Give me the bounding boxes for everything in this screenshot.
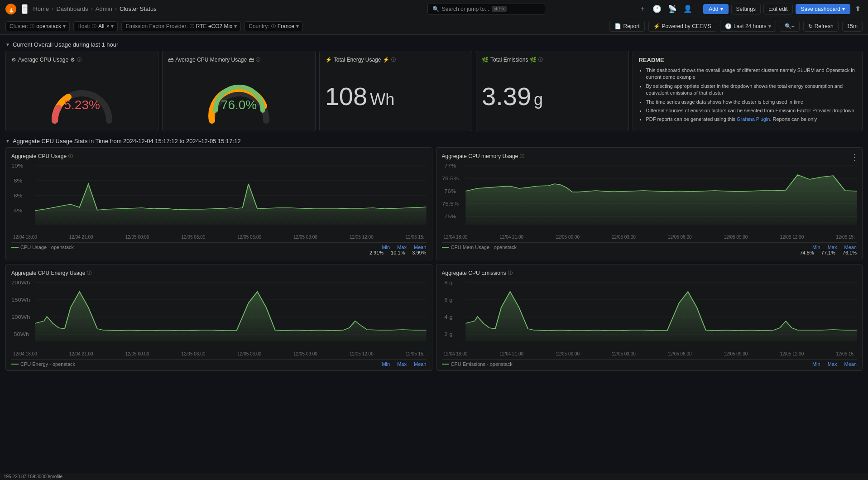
mem-gauge-title: 🗃 Average CPU Memory Usage 🗃 ⓘ xyxy=(168,57,309,63)
legend-line3 xyxy=(11,364,19,365)
svg-text:2 g: 2 g xyxy=(444,332,452,337)
energy-icon: ⚡ xyxy=(325,57,332,63)
section1-title: Current Overall Usage during last 1 hour xyxy=(13,41,118,48)
cpu-mem-min-val: 74.5% xyxy=(800,250,814,255)
energy-value: 108 Wh xyxy=(325,82,466,111)
search-placeholder: Search or jump to... xyxy=(442,6,489,12)
country-filter[interactable]: Country: ⓘ France ▾ xyxy=(245,21,303,31)
info-icon4: ⓘ xyxy=(538,57,543,63)
svg-marker-8 xyxy=(35,184,426,225)
breadcrumb-dashboards[interactable]: Dashboards xyxy=(56,5,88,12)
breadcrumb-admin[interactable]: Admin xyxy=(96,5,112,12)
hamburger-menu[interactable]: ≡ xyxy=(22,4,28,14)
svg-text:10%: 10% xyxy=(11,163,23,168)
charts-row-1: Aggregate CPU Usage ⓘ xyxy=(5,147,863,260)
refresh-button[interactable]: ↻ Refresh xyxy=(803,21,839,32)
mem-icon: 🗃 xyxy=(168,57,173,63)
svg-text:8%: 8% xyxy=(14,178,22,183)
svg-text:4 g: 4 g xyxy=(444,315,452,320)
readme-link[interactable]: Grafana Plugin xyxy=(737,116,770,122)
cpu-mem-legend-item: CPU Mem Usage - openstack xyxy=(442,245,517,250)
cpu-usage-legend: CPU Usage - openstack Min Max Mean xyxy=(11,242,427,250)
cpu-emissions-chart-panel: Aggregate CPU Emissions ⓘ 8 g xyxy=(436,264,863,371)
info-icon7: ⓘ xyxy=(87,270,91,276)
section1-header[interactable]: ▼ Current Overall Usage during last 1 ho… xyxy=(5,38,863,51)
info-icon2: ⓘ xyxy=(256,57,260,63)
cpu-energy-x-axis: 12/04 18:0012/04 21:0012/05 00:0012/05 0… xyxy=(11,351,427,356)
cpu-emissions-stats: Min Max Mean xyxy=(812,361,857,367)
breadcrumb-home[interactable]: Home xyxy=(33,5,49,12)
charts-row-2: Aggregate CPU Energy Usage ⓘ 200Wh xyxy=(5,264,863,371)
search-shortcut: ctrl+k xyxy=(492,6,506,12)
cluster-filter[interactable]: Cluster: ⓘ openstack ▾ xyxy=(5,21,70,31)
search-icon: 🔍 xyxy=(432,6,439,12)
mem-gauge-value: 76.0% xyxy=(221,98,257,112)
cpu-mem-chart-area: 77% 76.5% 76% 75.5% 75% xyxy=(442,161,857,234)
readme-item-4: Different sources of emission factors ca… xyxy=(646,107,857,114)
powered-icon: ⚡ xyxy=(653,23,660,29)
cpu-emissions-chart-area: 8 g 6 g 4 g 2 g xyxy=(442,278,857,350)
search-bar[interactable]: 🔍 Search or jump to... ctrl+k xyxy=(427,4,545,14)
more-options-icon[interactable]: ⋮ xyxy=(850,152,858,162)
svg-text:77%: 77% xyxy=(444,163,456,168)
rss-icon[interactable]: 📡 xyxy=(666,3,679,15)
mem-icon2: 🗃 xyxy=(249,57,254,63)
svg-text:76.5%: 76.5% xyxy=(442,176,459,181)
readme-list: This dashboard shows the overall usage o… xyxy=(638,67,857,123)
emissions-title: 🌿 Total Emissions 🌿 ⓘ xyxy=(482,57,623,63)
refresh-interval-button[interactable]: 15m xyxy=(842,21,863,32)
settings-button[interactable]: Settings xyxy=(731,4,761,14)
cpu-usage-max-val: 10.1% xyxy=(391,250,405,255)
breadcrumb: Home › Dashboards › Admin › Cluster Stat… xyxy=(33,5,335,12)
cpu-emissions-x-axis: 12/04 18:0012/04 21:0012/05 00:0012/05 0… xyxy=(442,351,857,356)
cpu-energy-legend: CPU Energy - openstack Min Max Mean xyxy=(11,359,427,367)
cpu-gauge-panel: ⚙ Average CPU Usage ⚙ ⓘ 5.23% xyxy=(5,51,158,131)
collapse-icon[interactable]: ⬆ xyxy=(853,3,863,15)
time-icon: 🕐 xyxy=(725,23,732,29)
cpu-energy-stats: Min Max Mean xyxy=(382,361,426,367)
svg-marker-19 xyxy=(465,175,857,225)
section2-title: Aggregate CPU Usage Stats in Time from 2… xyxy=(13,138,241,144)
cpu-energy-chart-title: Aggregate CPU Energy Usage ⓘ xyxy=(11,270,427,276)
host-filter[interactable]: Host: ⓘ All × ▾ xyxy=(73,21,118,31)
cpu-usage-x-axis: 12/04 18:0012/04 21:0012/05 00:0012/05 0… xyxy=(11,235,427,240)
svg-text:100Wh: 100Wh xyxy=(11,315,30,320)
gauges-row: ⚙ Average CPU Usage ⚙ ⓘ 5.23% 🗃 xyxy=(5,51,863,131)
svg-text:6%: 6% xyxy=(14,193,22,198)
svg-text:6 g: 6 g xyxy=(444,298,452,302)
svg-text:8 g: 8 g xyxy=(444,280,452,285)
cpu-usage-min-val: 2.91% xyxy=(369,250,384,255)
powered-by-button[interactable]: ⚡ Powered by CEEMS xyxy=(648,21,716,32)
cpu-usage-legend-item: CPU Usage - openstack xyxy=(11,245,74,250)
report-button[interactable]: 📄 Report xyxy=(609,21,644,32)
cpu-mem-legend: CPU Mem Usage - openstack Min Max Mean xyxy=(442,242,857,250)
time-range-button[interactable]: 🕐 Last 24 hours ▾ xyxy=(720,21,776,32)
section2-chevron: ▼ xyxy=(5,139,10,144)
info-icon6: ⓘ xyxy=(520,153,524,159)
add-button[interactable]: Add ▾ xyxy=(703,4,728,14)
save-dashboard-button[interactable]: Save dashboard ▾ xyxy=(796,4,850,14)
cpu-usage-stats: Min Max Mean xyxy=(382,245,426,250)
cpu-gauge-value: 5.23% xyxy=(64,98,100,112)
emissions-icon2: 🌿 xyxy=(530,57,537,63)
cpu-mem-x-axis: 12/04 18:0012/04 21:0012/05 00:0012/05 0… xyxy=(442,235,857,240)
cpu-emissions-svg: 8 g 6 g 4 g 2 g xyxy=(442,278,857,350)
user-avatar[interactable]: 👤 xyxy=(681,3,694,15)
report-icon: 📄 xyxy=(614,23,621,29)
plus-icon[interactable]: ＋ xyxy=(637,2,648,15)
grafana-logo: 🔥 xyxy=(5,4,16,14)
svg-text:200Wh: 200Wh xyxy=(11,280,30,285)
gear-icon: ⚙ xyxy=(11,57,16,63)
section2-header[interactable]: ▼ Aggregate CPU Usage Stats in Time from… xyxy=(5,135,863,147)
info-icon: ⓘ xyxy=(77,57,82,63)
host-clear-icon[interactable]: × xyxy=(106,23,109,29)
emission-filter[interactable]: Emission Factor Provider: ⓘ RTE eCO2 Mix… xyxy=(121,21,241,31)
svg-text:50Wh: 50Wh xyxy=(14,332,29,337)
zoom-out-button[interactable]: 🔍− xyxy=(780,21,800,32)
clock-icon[interactable]: 🕐 xyxy=(651,3,663,15)
svg-text:4%: 4% xyxy=(14,208,22,213)
cpu-energy-chart-panel: Aggregate CPU Energy Usage ⓘ 200Wh xyxy=(5,264,432,371)
exit-edit-button[interactable]: Exit edit xyxy=(763,4,793,14)
cpu-emissions-chart-title: Aggregate CPU Emissions ⓘ xyxy=(442,270,857,276)
legend-line4 xyxy=(442,364,449,365)
